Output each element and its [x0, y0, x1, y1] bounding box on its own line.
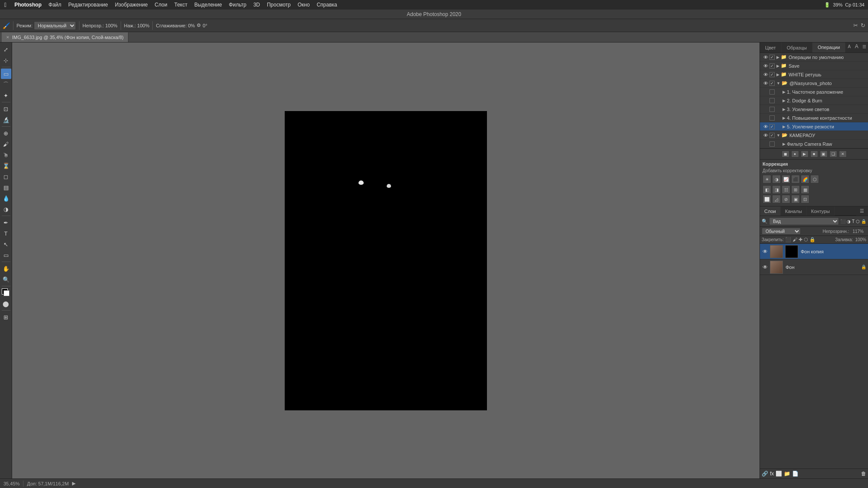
settings-icon-btn[interactable]: ⚙: [197, 23, 201, 28]
add-style-icon[interactable]: fx: [770, 471, 774, 477]
ops-item-freq[interactable]: ▶ 1. Частотное разложение: [760, 88, 868, 96]
zoom-tool[interactable]: 🔍: [1, 274, 11, 285]
move-tool[interactable]: ⤢: [1, 44, 11, 55]
hand-tool[interactable]: ✋: [1, 263, 11, 274]
mode-dropdown[interactable]: Нормальный: [34, 21, 76, 30]
menu-window[interactable]: Окно: [294, 0, 313, 10]
shape-filter-icon[interactable]: ⬡: [856, 219, 860, 224]
paths-tab[interactable]: Контуры: [807, 206, 835, 216]
layers-tab[interactable]: Слои: [760, 206, 781, 216]
layer-vis-fon-kopiya[interactable]: 👁: [762, 248, 769, 255]
threshold-icon[interactable]: ⊘: [782, 195, 790, 203]
layer-vis-fon[interactable]: 👁: [762, 264, 769, 271]
visibility-white[interactable]: 👁: [763, 72, 769, 78]
layer-fon[interactable]: 👁 Фон 🔒: [760, 259, 868, 275]
record-btn[interactable]: ●: [791, 151, 799, 157]
panel-tool-B[interactable]: A: [853, 43, 860, 50]
check-camera[interactable]: ✓: [769, 133, 775, 138]
stop-btn[interactable]: ◼: [782, 151, 789, 157]
menu-filter[interactable]: Фильтр: [225, 0, 250, 10]
check-nasyurova[interactable]: ✓: [769, 81, 775, 86]
lock-all-icon[interactable]: 🔒: [809, 237, 815, 242]
action-menu-btn[interactable]: ■: [810, 151, 818, 157]
posterize-icon[interactable]: ◿: [772, 195, 781, 203]
gradient-map-icon[interactable]: ▣: [791, 195, 800, 203]
check-save[interactable]: ✓: [769, 63, 775, 69]
menu-edit[interactable]: Редактирование: [65, 0, 111, 10]
color-lookup-icon[interactable]: ▦: [801, 185, 809, 194]
quick-mask[interactable]: ⬤: [1, 298, 11, 309]
brush-tool[interactable]: 🖌: [1, 139, 11, 149]
opacity-control[interactable]: Непрозр.: 100%: [82, 23, 118, 28]
add-mask-icon[interactable]: ⬜: [776, 471, 782, 477]
ops-item-default[interactable]: 👁 ✓ ▶ 📁 Операции по умолчанию: [760, 53, 868, 62]
menu-help[interactable]: Справка: [313, 0, 341, 10]
quick-select-tool[interactable]: ✦: [1, 90, 11, 101]
vibrance-icon[interactable]: 🌈: [801, 175, 809, 183]
pen-tool[interactable]: ✒: [1, 217, 11, 228]
new-action-btn[interactable]: ❑: [829, 151, 837, 157]
marquee-tool[interactable]: ▭: [1, 69, 11, 79]
angle-control[interactable]: 0°: [203, 23, 207, 28]
artboard-tool[interactable]: ⊹: [1, 55, 11, 66]
rotate-icon[interactable]: ↻: [861, 22, 865, 29]
visibility-sharp[interactable]: 👁: [763, 124, 769, 130]
lock-pixel-icon[interactable]: ⬛: [785, 237, 791, 242]
adjustment-filter-icon[interactable]: ◑: [847, 219, 851, 224]
type-filter-icon[interactable]: T: [852, 219, 855, 224]
lock-brush-icon[interactable]: 🖌: [792, 237, 797, 242]
brightness-contrast-icon[interactable]: ☀: [763, 175, 771, 183]
panel-tool-A[interactable]: A: [845, 43, 853, 50]
history-brush[interactable]: ⌛: [1, 160, 11, 171]
gradient-tool[interactable]: ▤: [1, 182, 11, 193]
ops-item-nasyurova[interactable]: 👁 ✓ ▼ 📂 @Nasyurova_photo: [760, 79, 868, 88]
new-set-btn[interactable]: ▣: [820, 151, 828, 157]
ops-item-lights[interactable]: ▶ 3. Усиление светов: [760, 105, 868, 114]
ops-item-white[interactable]: 👁 ✓ ▶ 📁 WHITE ретушь: [760, 70, 868, 79]
exposure-icon[interactable]: ⬛: [791, 175, 800, 183]
eraser-tool[interactable]: ◻: [1, 171, 11, 182]
menu-text[interactable]: Текст: [171, 0, 191, 10]
menu-image[interactable]: Изображение: [112, 0, 151, 10]
new-group-icon[interactable]: 📁: [784, 471, 790, 477]
smoothing-control[interactable]: Сглаживание: 0%: [156, 23, 195, 28]
smart-filter-icon[interactable]: 🔒: [861, 219, 866, 224]
check-default[interactable]: ✓: [769, 55, 775, 60]
text-tool[interactable]: T: [1, 228, 11, 239]
path-selection[interactable]: ↖: [1, 239, 11, 249]
selective-color-icon[interactable]: ⊡: [801, 195, 809, 203]
menu-3d[interactable]: 3D: [250, 0, 263, 10]
visibility-save[interactable]: 👁: [763, 63, 769, 69]
pressure-control[interactable]: Наж.: 100%: [124, 23, 150, 28]
check-white[interactable]: ✓: [769, 72, 775, 77]
apple-menu[interactable]: : [0, 1, 11, 8]
visibility-nasyurova[interactable]: 👁: [763, 80, 769, 86]
check-sharp[interactable]: ✓: [769, 124, 775, 129]
color-balance-icon[interactable]: ◧: [763, 185, 771, 194]
ops-item-dodge[interactable]: ▶ 2. Dodge & Burn: [760, 96, 868, 105]
healing-brush[interactable]: ⊕: [1, 128, 11, 138]
new-layer-icon[interactable]: 📄: [792, 471, 799, 477]
foreground-color[interactable]: [1, 288, 11, 298]
blur-tool[interactable]: 💧: [1, 193, 11, 203]
channels-tab[interactable]: Каналы: [781, 206, 807, 216]
blend-mode-select[interactable]: Обычный: [762, 228, 801, 235]
crop-tool[interactable]: ⊡: [1, 104, 11, 114]
lock-position-icon[interactable]: ✚: [799, 237, 802, 242]
menu-select[interactable]: Выделение: [191, 0, 226, 10]
photo-filter-icon[interactable]: ☷: [782, 185, 790, 194]
channel-mixer-icon[interactable]: ⊞: [791, 185, 800, 194]
ops-item-save[interactable]: 👁 ✓ ▶ 📁 Save: [760, 62, 868, 70]
dodge-tool[interactable]: ◑: [1, 204, 11, 214]
levels-icon[interactable]: ◑: [772, 175, 781, 183]
operations-tab[interactable]: Операции: [812, 43, 845, 52]
delete-btn[interactable]: ✕: [839, 151, 847, 157]
layer-type-filter[interactable]: Вид: [769, 217, 839, 225]
invert-icon[interactable]: ⬜: [763, 195, 771, 203]
layers-panel-menu[interactable]: ☰: [856, 206, 868, 216]
visibility-default[interactable]: 👁: [763, 54, 769, 60]
bw-icon[interactable]: ◨: [772, 185, 781, 194]
ops-item-contrast[interactable]: ▶ 4. Повышение контрастности: [760, 114, 868, 122]
menu-view[interactable]: Просмотр: [263, 0, 294, 10]
clone-stamp[interactable]: 🖱: [1, 150, 11, 160]
